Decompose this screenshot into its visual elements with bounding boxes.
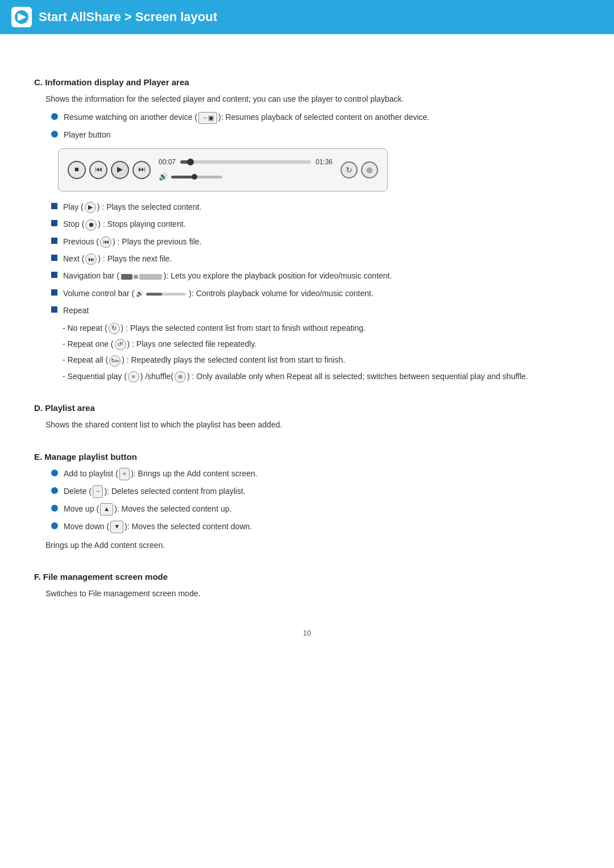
list-item-delete: Delete (−): Deletes selected content fro… [51,485,580,498]
shuffle-icon: ⊛ [175,371,186,383]
progress-track[interactable] [180,160,311,164]
section-f-heading: F. File management screen mode [34,572,580,582]
square-bullet-icon [51,255,57,261]
player-controls: ■ ⏮ ▶ ⏭ [68,161,151,179]
svg-rect-2 [18,14,19,20]
add-playlist-icon: + [119,468,130,480]
time-end: 01:36 [316,157,333,168]
section-c-description: Shows the information for the selected p… [34,93,580,383]
play-desc: Play (▶) : Plays the selected content. [63,201,201,213]
play-icon: ▶ [85,202,96,213]
list-item-navbar: Navigation bar (): Lets you explore the … [51,269,580,282]
stop-button[interactable]: ■ [68,161,86,179]
sequential-icon: ≡ [128,371,139,383]
resume-icon: →▣ [198,112,217,124]
next-icon: ⏭ [85,254,97,265]
square-bullet-icon [51,272,57,278]
page-header: Start AllShare > Screen layout [0,0,614,34]
time-start: 00:07 [159,157,176,168]
volume-row: 🔊 [159,171,333,183]
time-row: 00:07 01:36 [159,157,333,168]
stop-icon: ⏺ [85,219,97,231]
list-item-repeat: Repeat [51,304,580,317]
repeat-one-icon: ↺¹ [115,339,126,350]
previous-desc: Previous (⏮) : Plays the previous file. [63,235,201,248]
stop-desc: Stop (⏺) : Stops playing content. [63,218,185,230]
section-e: E. Manage playlist button Add to playlis… [34,452,580,552]
section-e-footer: Brings up the Add content screen. [45,539,580,551]
bullet-icon [51,113,58,120]
move-down-icon: ▼ [110,521,123,533]
navb-desc: Navigation bar (): Lets you explore the … [63,269,392,282]
square-bullet-icon [51,238,57,244]
play-button[interactable]: ▶ [111,161,129,179]
list-item-add: Add to playlist (+): Brings up the Add c… [51,467,580,480]
volume-track[interactable] [171,176,222,178]
square-bullet-icon [51,306,57,313]
nav-bar-icon [121,274,162,280]
list-item-sequential: Sequential play (≡) /shuffle(⊛) : Only a… [63,370,580,383]
main-content: C. Information display and Player area S… [0,34,614,671]
player-button-label: Player button [64,128,111,141]
square-bullet-icon [51,289,57,296]
square-bullet-icon [51,220,57,226]
volume-fill [171,176,194,178]
section-d-heading: D. Playlist area [34,403,580,413]
section-c-bullets: Resume watching on another device (→▣): … [45,111,580,141]
section-f-description: Switches to File management screen mode. [34,587,580,600]
bullet-icon [51,470,58,476]
repeat-controls: ↻ ⊛ [341,161,378,178]
resume-text: Resume watching on another device (→▣): … [64,111,429,124]
page-number: 10 [34,629,580,637]
repeat-options-list: No repeat (↻) : Plays the selected conte… [45,322,580,383]
move-up-text: Move up (▲): Moves the selected content … [64,502,231,516]
list-item-play: Play (▶) : Plays the selected content. [51,201,580,213]
section-e-heading: E. Manage playlist button [34,452,580,462]
list-item: Resume watching on another device (→▣): … [51,111,580,124]
allshare-logo-icon [11,7,32,27]
volume-icon: 🔊 [159,171,168,183]
section-f: F. File management screen mode Switches … [34,572,580,600]
next-desc: Next (⏭) : Plays the next file. [63,252,172,265]
add-playlist-text: Add to playlist (+): Brings up the Add c… [64,467,258,480]
bullet-icon [51,131,58,138]
player-bar: ■ ⏮ ▶ ⏭ 00:07 01:36 🔊 [58,148,388,192]
page-breadcrumb: Start AllShare > Screen layout [39,10,217,24]
vol-desc: Volume control bar (🔊): Controls playbac… [63,287,374,300]
section-e-body: Add to playlist (+): Brings up the Add c… [34,467,580,552]
repeat-button[interactable]: ↻ [341,161,358,178]
section-d: D. Playlist area Shows the shared conten… [34,403,580,431]
delete-text: Delete (−): Deletes selected content fro… [64,485,246,498]
list-item-stop: Stop (⏺) : Stops playing content. [51,218,580,230]
list-item-volume: Volume control bar (🔊): Controls playbac… [51,287,580,300]
list-item-move-up: Move up (▲): Moves the selected content … [51,502,580,516]
list-item: Player button [51,128,580,141]
list-item-previous: Previous (⏮) : Plays the previous file. [51,235,580,248]
section-e-bullets: Add to playlist (+): Brings up the Add c… [45,467,580,533]
repeat-all-icon: ↻∞ [109,355,121,367]
move-up-icon: ▲ [100,503,113,516]
delete-icon: − [93,485,103,498]
volume-bar-icon: 🔊 [136,289,187,299]
section-c: C. Information display and Player area S… [34,77,580,383]
previous-icon: ⏮ [100,236,111,248]
list-item-repeat-all: Repeat all (↻∞) : Repeatedly plays the s… [63,354,580,366]
progress-section: 00:07 01:36 🔊 [159,157,333,183]
previous-button[interactable]: ⏮ [89,161,107,179]
no-repeat-icon: ↻ [109,323,120,334]
list-item-next: Next (⏭) : Plays the next file. [51,252,580,265]
list-item-no-repeat: No repeat (↻) : Plays the selected conte… [63,322,580,334]
list-item-repeat-one: Repeat one (↺¹) : Plays one selected fil… [63,338,580,350]
shuffle-button[interactable]: ⊛ [361,161,378,178]
section-d-description: Shows the shared content list to which t… [34,418,580,431]
repeat-label: Repeat [63,304,89,317]
volume-thumb [192,174,197,180]
progress-thumb [187,159,194,165]
player-feature-list: Play (▶) : Plays the selected content. S… [45,201,580,317]
bullet-icon [51,505,58,512]
list-item-move-down: Move down (▼): Moves the selected conten… [51,520,580,533]
bullet-icon [51,487,58,494]
section-c-heading: C. Information display and Player area [34,77,580,87]
bullet-icon [51,522,58,529]
next-button[interactable]: ⏭ [132,161,151,179]
